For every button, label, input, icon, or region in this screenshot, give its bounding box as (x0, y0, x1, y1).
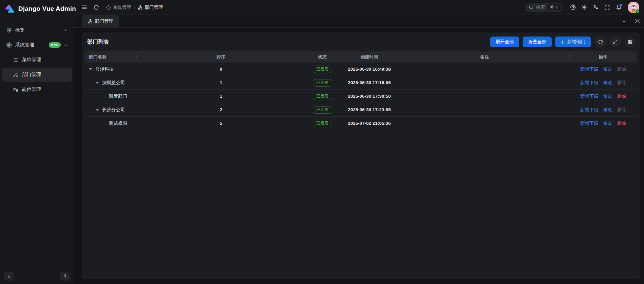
status-cell: 已启用 (306, 117, 339, 130)
dept-name-cell: 研发部门 (85, 90, 136, 103)
created-time: 2025-06-30 17:16:06 (348, 80, 391, 85)
add-child-link[interactable]: 新增下级 (580, 66, 598, 72)
status-badge: 已启用 (313, 79, 332, 87)
add-child-link[interactable]: 新增下级 (580, 93, 598, 99)
status-cell: 已启用 (306, 90, 339, 103)
dept-name-cell: 测试权限 (85, 117, 136, 130)
org-chart-icon (138, 5, 143, 10)
sidebar-item-menu-mgmt[interactable]: 菜单管理 (2, 53, 72, 67)
search-input[interactable]: 搜索 ⌘ K (525, 3, 563, 12)
page-title: 部门列表 (87, 39, 109, 46)
column-header-created[interactable]: 创建时间 (339, 51, 400, 63)
remark-cell (400, 63, 570, 76)
dept-name: 晨泽科技 (95, 66, 114, 72)
table-row: 深圳总公司1已启用2025-06-30 17:16:06新增下级修改删除 (85, 76, 637, 90)
card-header: 部门列表 展开全部 折叠全部 新增部门 (85, 32, 637, 51)
sidebar-item-dept-mgmt[interactable]: 部门管理 (2, 68, 72, 82)
settings-gear-icon[interactable] (568, 2, 578, 13)
dept-list-card: 部门列表 展开全部 折叠全部 新增部门 (82, 32, 640, 279)
column-header-status[interactable]: 状态 (306, 51, 339, 63)
app-logo-icon (5, 4, 15, 14)
table-header-row: 部门名称 排序 状态 创建时间 备注 操作 (85, 51, 637, 63)
theme-sun-icon[interactable] (579, 2, 589, 13)
pin-icon[interactable] (60, 272, 70, 281)
edit-link[interactable]: 修改 (603, 93, 612, 99)
add-child-link[interactable]: 新增下级 (580, 120, 598, 126)
table-refresh-icon[interactable] (595, 37, 606, 47)
chevron-down-icon (64, 28, 68, 32)
created-cell: 2025-06-30 16:49:38 (339, 63, 400, 76)
add-child-link[interactable]: 新增下级 (580, 107, 598, 113)
table-row: 研发部门1已启用2025-06-30 17:30:50新增下级修改删除 (85, 90, 637, 103)
row-expander-icon[interactable] (96, 109, 99, 111)
sidebar: Django Vue Admin 概览 (0, 0, 74, 284)
collapse-all-button[interactable]: 折叠全部 (523, 37, 552, 47)
tab-maximize-icon[interactable] (630, 15, 644, 27)
breadcrumb: 系统管理 › 部门管理 (106, 4, 163, 10)
table-fullscreen-icon[interactable] (610, 37, 621, 47)
column-header-actions[interactable]: 操作 (569, 51, 637, 63)
column-header-remark[interactable]: 备注 (400, 51, 570, 63)
delete-link[interactable]: 删除 (617, 120, 626, 126)
app-title: Django Vue Admin (18, 5, 76, 13)
add-dept-button[interactable]: 新增部门 (555, 37, 591, 47)
dept-table: 部门名称 排序 状态 创建时间 备注 操作 晨泽科技0已启用2025-06-30… (85, 51, 637, 276)
tab-dept-mgmt[interactable]: 部门管理 (82, 15, 119, 27)
plus-icon (560, 40, 565, 44)
chevron-up-icon (64, 43, 68, 47)
sort-cell: 2 (136, 103, 306, 116)
sidebar-item-post-mgmt[interactable]: Pg 岗位管理 (2, 82, 72, 97)
main-area: 系统管理 › 部门管理 (74, 0, 644, 284)
remark-cell (400, 103, 570, 116)
delete-link[interactable]: 删除 (617, 93, 626, 99)
gear-icon (6, 42, 12, 48)
breadcrumb-item-system[interactable]: 系统管理 (106, 4, 131, 10)
sort-cell: 0 (136, 63, 306, 76)
tabbar-controls (617, 15, 644, 27)
created-cell: 2025-06-30 17:30:50 (339, 90, 400, 103)
new-badge: new (49, 42, 61, 48)
column-header-sort[interactable]: 排序 (136, 51, 306, 63)
hamburger-menu-icon[interactable] (79, 2, 89, 13)
refresh-icon[interactable] (91, 2, 101, 13)
sidebar-item-system[interactable]: 系统管理 new (2, 38, 72, 52)
breadcrumb-label: 系统管理 (113, 4, 131, 10)
avatar[interactable] (628, 2, 639, 13)
search-placeholder: 搜索 (536, 4, 545, 10)
expand-all-button[interactable]: 展开全部 (490, 37, 519, 47)
sidebar-item-overview[interactable]: 概览 (2, 23, 72, 37)
dept-name: 研发部门 (109, 93, 127, 99)
sidebar-item-label: 部门管理 (22, 72, 41, 78)
fullscreen-icon[interactable] (602, 2, 612, 13)
notification-bell-icon[interactable] (614, 2, 624, 13)
table-row: 晨泽科技0已启用2025-06-30 16:49:38新增下级修改删除 (85, 63, 637, 76)
row-expander-icon[interactable] (96, 82, 99, 84)
sort-cell: 5 (136, 117, 306, 130)
gear-icon (106, 5, 111, 10)
created-cell: 2025-06-30 17:16:06 (339, 76, 400, 89)
toolbar: 展开全部 折叠全部 新增部门 (490, 37, 636, 47)
created-time: 2025-07-02 21:05:36 (348, 121, 391, 126)
edit-link[interactable]: 修改 (603, 107, 612, 113)
menu-lines-icon (13, 57, 19, 63)
add-child-link[interactable]: 新增下级 (580, 80, 598, 86)
sidebar-item-label: 菜单管理 (22, 57, 41, 63)
edit-link[interactable]: 修改 (603, 66, 612, 72)
sort-value: 2 (220, 107, 222, 112)
topbar-actions: 搜索 ⌘ K (525, 2, 639, 13)
dashboard-icon (6, 27, 12, 33)
dept-name: 长沙分公司 (102, 107, 125, 113)
column-header-name[interactable]: 部门名称 (85, 51, 136, 63)
logo[interactable]: Django Vue Admin (0, 0, 74, 18)
dept-name: 深圳总公司 (102, 80, 125, 86)
breadcrumb-item-dept[interactable]: 部门管理 (138, 4, 163, 10)
remark-cell (400, 117, 570, 130)
edit-link[interactable]: 修改 (603, 120, 612, 126)
status-cell: 已启用 (306, 63, 339, 76)
edit-link[interactable]: 修改 (603, 80, 612, 86)
translate-icon[interactable] (591, 2, 601, 13)
sidebar-collapse-button[interactable]: « (4, 272, 14, 281)
row-expander-icon[interactable] (89, 68, 92, 70)
tab-list-chevron-icon[interactable] (617, 15, 630, 27)
column-settings-icon[interactable] (625, 37, 636, 47)
